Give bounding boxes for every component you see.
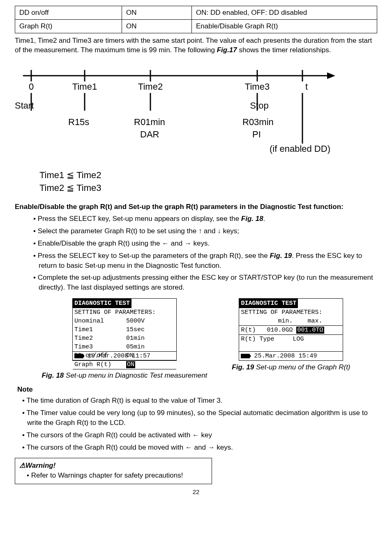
- lcd-title: DIAGNOSTIC TEST: [73, 299, 131, 308]
- svg-text:Stop: Stop: [250, 100, 268, 111]
- table-row: DD on/off ON ON: DD enabled, OFF: DD dis…: [15, 6, 377, 20]
- param-desc: Enable/Disable Graph R(t): [192, 19, 377, 33]
- lcd-subtitle: SETTING OF PARAMETERS:: [239, 308, 343, 317]
- battery-icon: [74, 354, 83, 358]
- param-name: Graph R(t): [15, 19, 122, 33]
- lcd-statusbar: 19.Mar.2008 11:57: [73, 351, 176, 360]
- svg-text:Time1: Time1: [72, 81, 97, 92]
- step-item: Complete the set-up adjustments pressing…: [15, 273, 377, 292]
- fig-ref: Fig.17: [217, 46, 237, 54]
- param-value: ON: [122, 19, 192, 33]
- step-item: Press the SELECT key to Set-up the param…: [15, 251, 377, 271]
- battery-icon: [241, 354, 250, 358]
- svg-text:Time2: Time2: [138, 81, 163, 92]
- step-item: Press the SELECT key, Set-up menu appear…: [15, 214, 377, 224]
- fig-ref: Fig. 19: [270, 252, 292, 260]
- note-item: The cursors of the Graph R(t) could be a…: [15, 430, 377, 440]
- fig-ref: Fig. 18: [241, 215, 263, 223]
- svg-text:Time3: Time3: [245, 81, 270, 92]
- svg-text:0: 0: [29, 81, 34, 92]
- lcd-title: DIAGNOSTIC TEST: [239, 299, 298, 308]
- note-heading: Note: [17, 385, 377, 395]
- timeline-diagram: 0 Time1 Time2 Time3 t Start Stop R15s R0…: [15, 63, 376, 158]
- lcd-row-selected: Graph R(t) ON: [73, 360, 176, 369]
- page-number: 22: [15, 487, 377, 496]
- svg-text:(if enabled DD): (if enabled DD): [270, 144, 330, 154]
- step-item: Enable/Disable the graph R(t) using the …: [15, 239, 377, 248]
- steps-list: Press the SELECT key, Set-up menu appear…: [15, 214, 377, 292]
- lcd-column-headers: min. max.: [239, 317, 343, 326]
- lcd-subtitle: SETTING OF PARAMETERS:: [73, 308, 176, 317]
- svg-marker-1: [327, 72, 335, 79]
- figure-caption: Fig. 19 Set-up menu of the Graph R(t): [232, 362, 350, 372]
- warning-box: ⚠Warning! • Refer to Warnings chapter fo…: [15, 458, 212, 484]
- svg-text:DAR: DAR: [140, 129, 159, 139]
- param-desc: ON: DD enabled, OFF: DD disabled: [192, 6, 377, 20]
- intro-paragraph: Time1, Time2 and Time3 are timers with t…: [15, 36, 377, 56]
- lcd-fig19: DIAGNOSTIC TEST SETTING OF PARAMETERS: m…: [239, 298, 343, 361]
- lcd-row: Time2 01min: [73, 334, 176, 343]
- time-relations: Time1 ≦ Time2 Time2 ≦ Time3: [39, 169, 377, 195]
- lcd-statusbar: 25.Mar.2008 15:49: [239, 351, 343, 360]
- param-name: DD on/off: [15, 6, 122, 20]
- lcd-timestamp: 19.Mar.2008 11:57: [88, 352, 150, 360]
- note-item: The cursors of the Graph R(t) could be m…: [15, 443, 377, 453]
- svg-text:R15s: R15s: [68, 117, 89, 127]
- table-row: Graph R(t) ON Enable/Disable Graph R(t): [15, 19, 377, 33]
- figure-caption: Fig. 18 Set-up menu in Diagnostic Test m…: [42, 371, 207, 381]
- note-item: The Timer value could be very long (up t…: [15, 408, 377, 428]
- lcd-row: Time3 05min: [73, 343, 176, 351]
- lcd-row: Unominal 5000V: [73, 317, 176, 325]
- note-item: The time duration of Graph R(t) is equal…: [15, 396, 377, 406]
- step-item: Select the parameter Graph R(t) to be se…: [15, 226, 377, 236]
- relation-line: Time1 ≦ Time2: [39, 169, 377, 182]
- warning-heading: ⚠Warning!: [19, 461, 208, 471]
- lcd-row: Time1 15sec: [73, 325, 176, 334]
- parameter-table: DD on/off ON ON: DD enabled, OFF: DD dis…: [15, 6, 377, 33]
- relation-line: Time2 ≦ Time3: [39, 182, 377, 195]
- svg-text:t: t: [305, 81, 308, 92]
- lcd-row: R(t) 010.0GΩ 001.0TΩ: [239, 326, 343, 335]
- notes-list: The time duration of Graph R(t) is equal…: [15, 396, 377, 452]
- lcd-timestamp: 25.Mar.2008 15:49: [254, 352, 317, 360]
- warning-text: Refer to Warnings chapter for safety pre…: [31, 471, 183, 479]
- param-value: ON: [122, 6, 192, 20]
- lcd-row: R(t) Type LOG: [239, 335, 343, 343]
- svg-text:Start: Start: [15, 100, 34, 111]
- svg-text:R01min: R01min: [134, 117, 165, 127]
- svg-text:PI: PI: [252, 129, 261, 139]
- lcd-fig18: DIAGNOSTIC TEST SETTING OF PARAMETERS: U…: [72, 298, 177, 361]
- intro-text: shows the timer relationships.: [237, 46, 331, 54]
- svg-text:R03min: R03min: [242, 117, 274, 127]
- section-heading: Enable/Disable the graph R(t) and Set-up…: [15, 202, 377, 212]
